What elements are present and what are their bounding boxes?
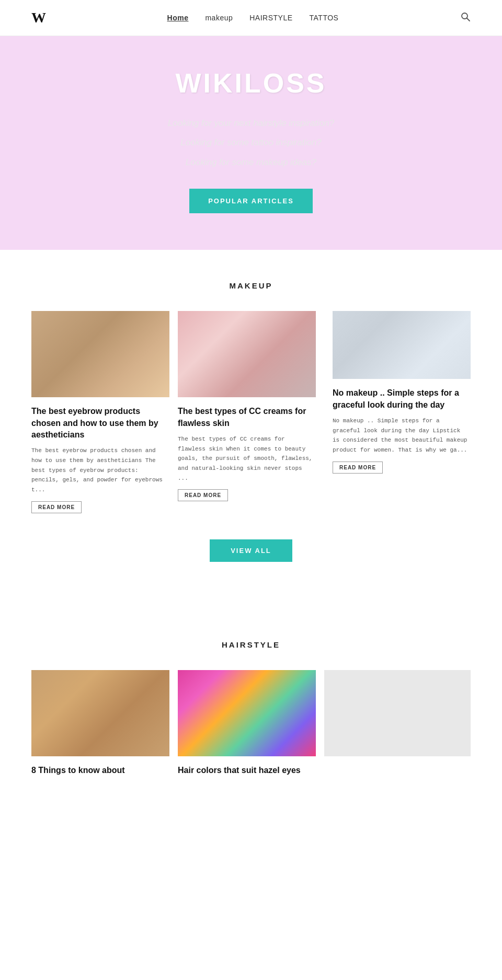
- makeup-article-1-excerpt: The best eyebrow products chosen and how…: [31, 446, 169, 494]
- makeup-article-1-read-more[interactable]: READ MORE: [31, 501, 82, 513]
- hairstyle-article-3-image-placeholder: [324, 670, 471, 756]
- view-all-button[interactable]: VIEW ALL: [210, 539, 292, 562]
- hairstyle-section: HAIRSTYLE 8 Things to know about Hair co…: [0, 609, 502, 818]
- makeup-article-2: The best types of CC creams for flawless…: [178, 311, 324, 529]
- makeup-article-2-read-more[interactable]: READ MORE: [178, 489, 228, 501]
- makeup-section-title: MAKEUP: [31, 281, 471, 290]
- hairstyle-article-2-title: Hair colors that suit hazel eyes: [178, 765, 316, 776]
- hero-subtitle: Looking for your next hairstyle inspirat…: [10, 113, 492, 172]
- hairstyle-article-3-placeholder: [324, 670, 471, 797]
- hairstyle-article-2-image: [178, 670, 316, 756]
- makeup-article-1: The best eyebrow products chosen and how…: [31, 311, 178, 529]
- makeup-article-2-excerpt: The best types of CC creams for flawless…: [178, 434, 316, 483]
- nav-tattos[interactable]: TATTOS: [310, 14, 339, 22]
- makeup-section: MAKEUP The best eyebrow products chosen …: [0, 250, 502, 609]
- hairstyle-article-1-image: [31, 670, 169, 756]
- makeup-article-3: No makeup .. Simple steps for a graceful…: [324, 311, 471, 529]
- hero-section: WIKILOSS Looking for your next hairstyle…: [0, 36, 502, 250]
- nav-hairstyle[interactable]: HAIRSTYLE: [249, 14, 292, 22]
- header: W Home makeup HAIRSTYLE TATTOS: [0, 0, 502, 36]
- logo: W: [31, 9, 45, 26]
- hairstyle-article-2: Hair colors that suit hazel eyes: [178, 670, 324, 797]
- nav: Home makeup HAIRSTYLE TATTOS: [167, 14, 339, 22]
- hairstyle-article-grid: 8 Things to know about Hair colors that …: [31, 670, 471, 797]
- hairstyle-article-1-title: 8 Things to know about: [31, 765, 169, 776]
- view-all-wrap: VIEW ALL: [31, 539, 471, 562]
- makeup-article-3-image: [333, 311, 471, 379]
- makeup-article-3-title: No makeup .. Simple steps for a graceful…: [333, 387, 471, 411]
- makeup-article-3-read-more[interactable]: READ MORE: [333, 462, 383, 474]
- hairstyle-article-1: 8 Things to know about: [31, 670, 178, 797]
- makeup-article-1-title: The best eyebrow products chosen and how…: [31, 406, 169, 441]
- search-icon[interactable]: [460, 11, 471, 25]
- nav-makeup[interactable]: makeup: [205, 14, 233, 22]
- hero-title: WIKILOSS: [10, 67, 492, 99]
- svg-line-1: [466, 18, 470, 21]
- makeup-article-2-title: The best types of CC creams for flawless…: [178, 406, 316, 429]
- makeup-article-1-image: [31, 311, 169, 397]
- hairstyle-section-title: HAIRSTYLE: [31, 640, 471, 649]
- makeup-article-2-image: [178, 311, 316, 397]
- nav-home[interactable]: Home: [167, 14, 189, 22]
- makeup-article-grid: The best eyebrow products chosen and how…: [31, 311, 471, 529]
- popular-articles-button[interactable]: POPULAR ARTICLES: [189, 189, 313, 213]
- makeup-article-3-excerpt: No makeup .. Simple steps for a graceful…: [333, 416, 471, 455]
